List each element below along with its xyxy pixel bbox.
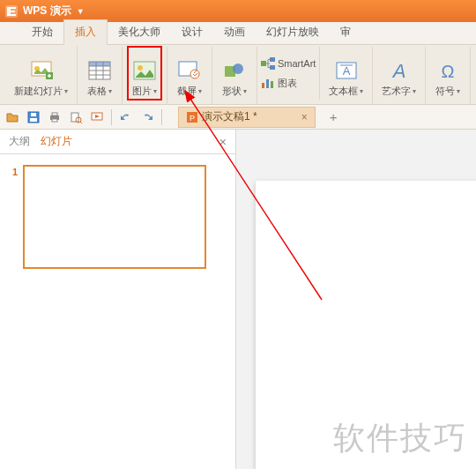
ribbon: 新建幻灯片▾ 表格▾ 图片▾ 截屏▾ 形: [0, 45, 476, 105]
svg-rect-13: [270, 57, 275, 62]
chart-icon: [261, 76, 275, 90]
dropdown-arrow-icon: ▾: [108, 87, 112, 95]
tab-design[interactable]: 设计: [171, 20, 213, 44]
watermark: 软件技巧: [333, 417, 467, 460]
chart-button[interactable]: 图表: [261, 74, 316, 92]
image-label: 图片: [132, 85, 152, 98]
svg-rect-27: [52, 113, 57, 115]
app-name: WPS 演示: [23, 4, 71, 19]
screenshot-button[interactable]: 截屏▾: [173, 47, 206, 100]
tab-animation[interactable]: 动画: [213, 20, 256, 44]
close-tab-icon[interactable]: ×: [301, 111, 308, 123]
svg-rect-15: [262, 83, 264, 88]
app-menu-arrow-icon[interactable]: ▼: [77, 7, 85, 16]
svg-rect-28: [52, 119, 57, 122]
outline-tab-outline[interactable]: 大纲: [9, 134, 30, 149]
app-logo-icon: [4, 4, 19, 19]
dropdown-arrow-icon: ▾: [360, 87, 363, 95]
tab-insert[interactable]: 插入: [63, 19, 108, 45]
image-icon: [131, 58, 158, 83]
svg-text:P: P: [190, 114, 195, 123]
tab-review[interactable]: 审: [330, 20, 361, 44]
screenshot-icon: [176, 58, 203, 83]
slide-thumb[interactable]: 1: [12, 165, 223, 269]
table-icon: [86, 58, 113, 83]
symbol-icon: Ω: [435, 58, 461, 83]
shape-icon: [221, 58, 248, 83]
outline-pane: 大纲 幻灯片 × 1: [0, 130, 236, 469]
screenshot-label: 截屏: [177, 85, 197, 98]
document-tab[interactable]: P 演示文稿1 * ×: [178, 107, 316, 128]
textbox-button[interactable]: A 文本框▾: [325, 47, 367, 100]
new-slide-icon: [28, 58, 55, 83]
add-tab-button[interactable]: +: [330, 109, 338, 124]
qat-slideshow-icon[interactable]: [90, 110, 104, 124]
document-title: 演示文稿1 *: [202, 109, 257, 124]
table-button[interactable]: 表格▾: [83, 47, 116, 100]
table-label: 表格: [87, 85, 107, 98]
dropdown-arrow-icon: ▾: [198, 87, 202, 95]
wordart-icon: A: [386, 58, 413, 83]
dropdown-arrow-icon: ▾: [243, 87, 247, 95]
image-button[interactable]: 图片▾: [128, 47, 161, 100]
new-slide-label: 新建幻灯片: [14, 85, 63, 98]
svg-rect-24: [30, 118, 37, 122]
symbol-label: 符号: [435, 85, 455, 98]
svg-rect-5: [89, 62, 110, 66]
slide-preview: [23, 165, 206, 269]
close-pane-icon[interactable]: ×: [219, 135, 227, 149]
dropdown-arrow-icon: ▾: [457, 87, 460, 95]
svg-rect-14: [270, 65, 275, 70]
tab-start[interactable]: 开始: [21, 20, 63, 44]
slide-thumbnails: 1: [0, 154, 235, 469]
svg-point-7: [138, 65, 143, 71]
svg-rect-12: [261, 61, 266, 66]
dropdown-arrow-icon: ▾: [413, 87, 416, 95]
textbox-label: 文本框: [329, 85, 358, 98]
qat-undo-icon[interactable]: [119, 110, 133, 124]
presentation-file-icon: P: [186, 111, 198, 123]
smartart-button[interactable]: SmartArt: [261, 55, 316, 72]
svg-point-9: [190, 70, 199, 78]
qat-save-icon[interactable]: [26, 110, 41, 124]
chart-label: 图表: [278, 77, 297, 90]
wordart-button[interactable]: A 艺术字▾: [378, 47, 420, 100]
quick-access-toolbar: [5, 109, 162, 125]
shape-button[interactable]: 形状▾: [218, 47, 251, 100]
dropdown-arrow-icon: ▾: [153, 87, 157, 95]
quick-access-bar: P 演示文稿1 * × +: [0, 105, 476, 130]
svg-rect-25: [31, 113, 36, 116]
svg-point-11: [233, 63, 243, 74]
textbox-icon: A: [333, 58, 360, 83]
smartart-label: SmartArt: [278, 58, 316, 69]
svg-rect-17: [271, 81, 273, 88]
tab-beautify[interactable]: 美化大师: [108, 20, 171, 44]
svg-text:A: A: [391, 60, 406, 81]
wordart-label: 艺术字: [382, 85, 411, 98]
qat-print-icon[interactable]: [48, 110, 62, 124]
qat-redo-icon[interactable]: [140, 110, 154, 124]
dropdown-arrow-icon: ▾: [64, 87, 68, 95]
qat-printpreview-icon[interactable]: [69, 110, 83, 124]
symbol-button[interactable]: Ω 符号▾: [431, 47, 465, 100]
smartart-icon: [261, 56, 275, 71]
svg-rect-16: [266, 79, 269, 88]
svg-text:Ω: Ω: [442, 62, 455, 81]
separator: [161, 109, 162, 125]
tab-slideshow[interactable]: 幻灯片放映: [256, 20, 330, 44]
shape-label: 形状: [222, 85, 242, 98]
svg-text:A: A: [343, 64, 351, 78]
outline-tabs: 大纲 幻灯片 ×: [0, 130, 235, 154]
separator: [111, 109, 112, 125]
qat-open-icon[interactable]: [5, 110, 19, 124]
new-slide-button[interactable]: 新建幻灯片▾: [11, 47, 71, 100]
slide-number: 1: [12, 167, 18, 177]
outline-tab-slides[interactable]: 幻灯片: [41, 134, 72, 149]
ribbon-tab-bar: 开始 插入 美化大师 设计 动画 幻灯片放映 审: [0, 22, 476, 45]
tab-spacer: [0, 35, 21, 44]
